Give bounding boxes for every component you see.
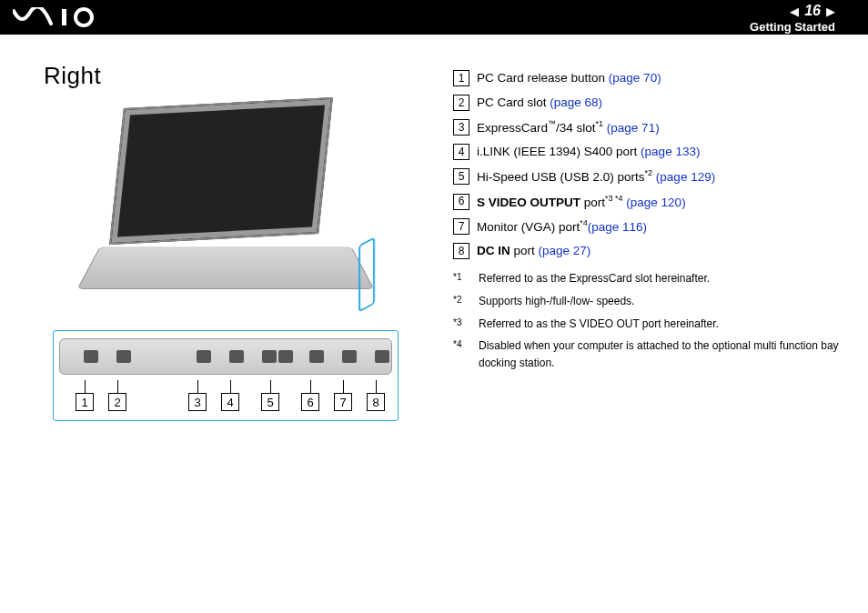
callout-number-box: 2: [453, 95, 469, 111]
callout-text: S VIDEO OUTPUT port*3 *4 (page 120): [477, 193, 841, 212]
callout-text: DC IN port (page 27): [477, 242, 841, 261]
svg-rect-0: [62, 9, 66, 25]
callout-text: i.LINK (IEEE 1394) S400 port (page 133): [477, 143, 841, 162]
diagram-pointer-number: 4: [221, 393, 239, 411]
diagram-pointer-number: 6: [301, 393, 319, 411]
footnote-row: *4Disabled when your computer is attache…: [453, 337, 841, 371]
svg-point-1: [76, 9, 92, 25]
footnote-mark: *1: [453, 270, 469, 287]
diagram-pointer: 1: [76, 380, 94, 411]
laptop-figure: 12345678: [53, 103, 399, 430]
page-link[interactable]: (page 27): [539, 244, 591, 257]
port-shape: [375, 350, 389, 363]
diagram-pointer: 6: [301, 380, 319, 411]
laptop-screen: [109, 97, 333, 245]
page-link[interactable]: (page 129): [656, 170, 715, 184]
diagram-pointer-number: 2: [108, 393, 126, 411]
callout-row: 2PC Card slot (page 68): [453, 94, 841, 113]
callout-text: PC Card release button (page 70): [477, 69, 841, 88]
page-link[interactable]: (page 133): [641, 145, 700, 158]
footnote-mark: *2: [453, 293, 469, 310]
diagram-pointer-number: 3: [188, 393, 207, 411]
callout-list: 1PC Card release button (page 70)2PC Car…: [453, 62, 841, 430]
footnote-row: *3Referred to as the S VIDEO OUT port he…: [453, 316, 841, 333]
diagram-pointer: 5: [261, 380, 279, 411]
port-shape: [262, 350, 277, 363]
diagram-pointer-number: 1: [76, 393, 94, 411]
port-shape: [309, 350, 324, 363]
page-title: Right: [44, 62, 435, 90]
callout-number-box: 8: [453, 243, 469, 259]
highlight-right-side: [358, 236, 375, 313]
callout-row: 6S VIDEO OUTPUT port*3 *4 (page 120): [453, 193, 841, 212]
side-view-panel: 12345678: [53, 330, 399, 421]
port-shape: [84, 350, 98, 363]
footnote-text: Referred to as the ExpressCard slot here…: [479, 270, 710, 287]
port-shape: [229, 350, 244, 363]
diagram-pointer-number: 8: [367, 393, 385, 411]
diagram-pointer: 7: [334, 380, 352, 411]
page-link[interactable]: (page 120): [626, 195, 685, 208]
port-shape: [342, 350, 357, 363]
diagram-pointer: 2: [108, 380, 126, 411]
page-link[interactable]: (page 71): [607, 120, 660, 134]
nav-prev-icon[interactable]: ◀: [790, 5, 799, 18]
diagram-pointer: 8: [367, 380, 385, 411]
callout-row: 4i.LINK (IEEE 1394) S400 port (page 133): [453, 143, 841, 162]
callout-text: PC Card slot (page 68): [477, 94, 841, 113]
diagram-pointer-number: 5: [261, 393, 279, 411]
callout-row: 8DC IN port (page 27): [453, 242, 841, 261]
page-link[interactable]: (page 68): [550, 95, 602, 109]
diagram-pointer-number: 7: [334, 393, 352, 411]
footnote-text: Supports high-/full-/low- speeds.: [479, 293, 634, 310]
callout-number-box: 1: [453, 70, 469, 86]
page-link[interactable]: (page 70): [609, 71, 661, 85]
callout-row: 3ExpressCard™/34 slot*1 (page 71): [453, 118, 841, 137]
page-link[interactable]: (page 116): [588, 220, 647, 234]
page-number: 16: [804, 3, 821, 19]
callout-row: 5Hi-Speed USB (USB 2.0) ports*2 (page 12…: [453, 167, 841, 186]
callout-number-box: 5: [453, 168, 469, 185]
footnote-mark: *3: [453, 316, 469, 333]
callout-text: ExpressCard™/34 slot*1 (page 71): [477, 118, 841, 137]
callout-number-box: 3: [453, 119, 469, 136]
callout-text: Monitor (VGA) port*4(page 116): [477, 217, 841, 236]
diagram-pointer: 4: [221, 380, 239, 411]
footnotes: *1Referred to as the ExpressCard slot he…: [453, 270, 841, 371]
callout-number-box: 7: [453, 218, 469, 235]
nav-next-icon[interactable]: ▶: [826, 5, 835, 18]
port-shape: [116, 350, 131, 363]
callout-text: Hi-Speed USB (USB 2.0) ports*2 (page 129…: [477, 167, 841, 186]
port-shape: [278, 350, 293, 363]
section-title: Getting Started: [750, 20, 835, 34]
header-bar: ◀ 16 ▶ Getting Started: [0, 0, 868, 35]
footnote-row: *2Supports high-/full-/low- speeds.: [453, 293, 841, 310]
port-shape: [197, 350, 211, 363]
vaio-logo: [13, 7, 113, 27]
callout-number-box: 4: [453, 144, 469, 160]
footnote-text: Disabled when your computer is attached …: [479, 337, 841, 371]
footnote-text: Referred to as the S VIDEO OUT port here…: [479, 316, 719, 333]
footnote-row: *1Referred to as the ExpressCard slot he…: [453, 270, 841, 287]
callout-number-box: 6: [453, 194, 469, 210]
diagram-pointer: 3: [188, 380, 207, 411]
footnote-mark: *4: [453, 337, 469, 371]
laptop-base: [77, 247, 375, 289]
callout-row: 7Monitor (VGA) port*4(page 116): [453, 217, 841, 236]
ports-strip: [59, 338, 392, 375]
callout-row: 1PC Card release button (page 70): [453, 69, 841, 88]
